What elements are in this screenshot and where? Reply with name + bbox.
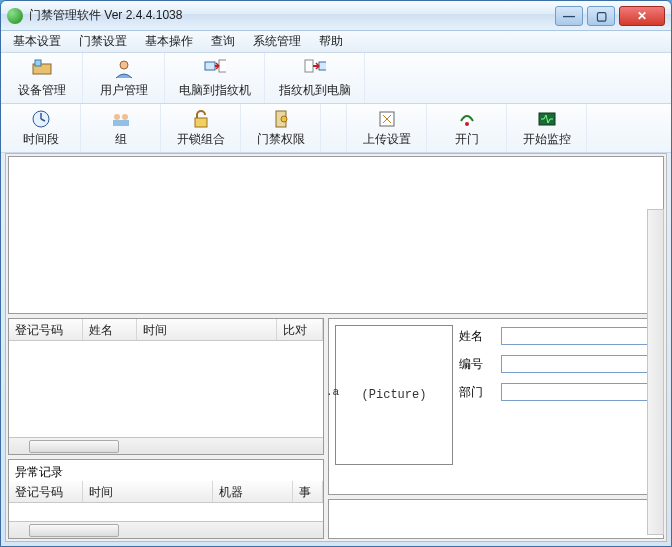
col-name[interactable]: 姓名 [83,319,137,340]
pc-to-fp-label: 电脑到指纹机 [179,82,251,99]
svg-rect-10 [113,120,129,126]
svg-point-2 [120,61,128,69]
menu-access-settings[interactable]: 门禁设置 [71,31,135,52]
detail-fields: 姓名 编号 部门 [459,325,657,488]
acl-icon [270,108,292,129]
svg-rect-1 [35,60,41,66]
start-monitor-button[interactable]: 开始监控 [507,104,587,152]
window-title: 门禁管理软件 Ver 2.4.4.1038 [29,7,555,24]
name-input[interactable] [501,327,657,345]
group-label: 组 [115,131,127,148]
pc2fp-icon [204,58,226,80]
detail-panel: .a (Picture) 姓名 编号 部门 [328,318,664,495]
picture-box: .a (Picture) [335,325,453,465]
unlock-combo-label: 开锁组合 [177,131,225,148]
user-mgmt-button[interactable]: 用户管理 [83,53,165,103]
svg-rect-11 [195,118,207,127]
toolbar-primary: 设备管理 用户管理 电脑到指纹机 指纹机到电脑 [1,53,671,104]
col2-machine[interactable]: 机器 [213,481,293,502]
clock-icon [30,108,52,129]
menu-query[interactable]: 查询 [203,31,243,52]
field-id-row: 编号 [459,355,657,373]
svg-rect-4 [219,60,226,72]
unlock-icon [190,108,212,129]
exception-panel: 异常记录 登记号码 时间 机器 事件 [8,459,324,539]
group-button[interactable]: 组 [81,104,161,152]
field-name-row: 姓名 [459,327,657,345]
exception-grid-header: 登记号码 时间 机器 事件 [9,481,323,503]
svg-rect-3 [205,62,215,70]
col-time[interactable]: 时间 [137,319,277,340]
col-compare[interactable]: 比对方式 [277,319,323,340]
field-name-label: 姓名 [459,328,493,345]
maximize-button[interactable]: ▢ [587,6,615,26]
svg-point-13 [281,116,287,122]
svg-point-9 [122,114,128,120]
svg-point-8 [114,114,120,120]
open-icon [456,108,478,129]
picture-placeholder: (Picture) [362,388,427,402]
menu-help[interactable]: 帮助 [311,31,351,52]
start-monitor-label: 开始监控 [523,131,571,148]
timeperiod-label: 时间段 [23,131,59,148]
menubar: 基本设置 门禁设置 基本操作 查询 系统管理 帮助 [1,31,671,53]
user-mgmt-label: 用户管理 [100,82,148,99]
col2-event[interactable]: 事件 [293,481,323,502]
a-hint: .a [326,386,339,398]
fp-to-pc-button[interactable]: 指纹机到电脑 [265,53,365,103]
log-grid-hscroll[interactable] [9,437,323,454]
menu-basic-ops[interactable]: 基本操作 [137,31,201,52]
field-id-label: 编号 [459,356,493,373]
exception-grid-body[interactable] [9,503,323,521]
acl-label: 门禁权限 [257,131,305,148]
left-column: 登记号码 姓名 时间 比对方式 异常记录 登记号码 时间 机器 事件 [8,318,324,539]
col2-reg-no[interactable]: 登记号码 [9,481,83,502]
app-icon [7,8,23,24]
minimize-button[interactable]: — [555,6,583,26]
upload-settings-label: 上传设置 [363,131,411,148]
group-icon [110,108,132,129]
upper-panel [8,156,664,314]
log-grid-panel: 登记号码 姓名 时间 比对方式 [8,318,324,455]
col2-time[interactable]: 时间 [83,481,213,502]
svg-rect-6 [305,60,313,72]
scroll-thumb[interactable] [29,440,119,453]
log-grid-body[interactable] [9,341,323,437]
exception-title: 异常记录 [9,460,323,481]
col-reg-no[interactable]: 登记号码 [9,319,83,340]
exception-grid-hscroll[interactable] [9,521,323,538]
open-door-button[interactable]: 开门 [427,104,507,152]
content-area: 登记号码 姓名 时间 比对方式 异常记录 登记号码 时间 机器 事件 [5,153,667,542]
upload-settings-button[interactable]: 上传设置 [347,104,427,152]
fp2pc-icon [304,58,326,80]
titlebar[interactable]: 门禁管理软件 Ver 2.4.4.1038 — ▢ ✕ [1,1,671,31]
timeperiod-button[interactable]: 时间段 [1,104,81,152]
menu-basic-settings[interactable]: 基本设置 [5,31,69,52]
dept-input[interactable] [501,383,657,401]
user-icon [113,58,135,80]
device-mgmt-label: 设备管理 [18,82,66,99]
field-dept-label: 部门 [459,384,493,401]
open-door-label: 开门 [455,131,479,148]
close-button[interactable]: ✕ [619,6,665,26]
content-vscroll[interactable] [647,209,664,535]
field-dept-row: 部门 [459,383,657,401]
upload-icon [376,108,398,129]
right-column: .a (Picture) 姓名 编号 部门 [328,318,664,539]
device-icon [31,58,53,80]
scroll-thumb[interactable] [29,524,119,537]
device-mgmt-button[interactable]: 设备管理 [1,53,83,103]
lower-area: 登记号码 姓名 时间 比对方式 异常记录 登记号码 时间 机器 事件 [8,318,664,539]
svg-rect-5 [319,62,326,70]
menu-system[interactable]: 系统管理 [245,31,309,52]
id-input[interactable] [501,355,657,373]
app-window: 门禁管理软件 Ver 2.4.4.1038 — ▢ ✕ 基本设置 门禁设置 基本… [0,0,672,547]
svg-point-15 [465,122,469,126]
unlock-combo-button[interactable]: 开锁组合 [161,104,241,152]
monitor-icon [536,108,558,129]
pc-to-fp-button[interactable]: 电脑到指纹机 [165,53,265,103]
window-controls: — ▢ ✕ [555,6,665,26]
acl-button[interactable]: 门禁权限 [241,104,321,152]
fp-to-pc-label: 指纹机到电脑 [279,82,351,99]
toolbar-separator [321,104,347,152]
